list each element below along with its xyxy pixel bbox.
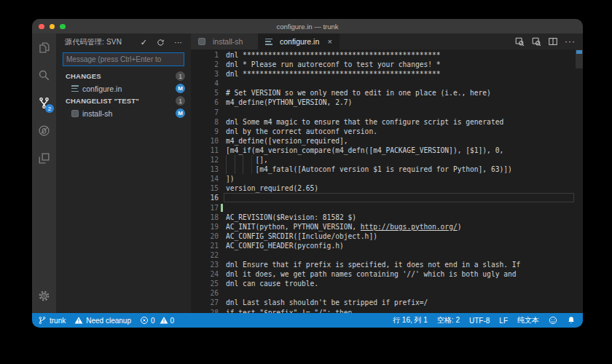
section-changelist-test[interactable]: CHANGELIST "TEST" 1 <box>56 95 191 107</box>
scm-sidebar: 源代码管理: SVN ✓ ··· <box>56 33 191 313</box>
status-bar: trunk Need cleanup 0 <box>32 313 583 328</box>
sidebar-header: 源代码管理: SVN ✓ ··· <box>56 33 191 51</box>
scrollbar[interactable] <box>576 50 583 313</box>
commit-button[interactable]: ✓ <box>141 38 147 47</box>
bell-icon <box>567 316 576 325</box>
branch-indicator[interactable]: trunk <box>38 316 66 325</box>
smiley-icon <box>549 316 557 325</box>
sidebar-item-extensions[interactable] <box>32 144 56 172</box>
code-line[interactable]: 8dnl Some m4 magic to ensure that the co… <box>191 117 583 127</box>
section-changes[interactable]: CHANGES 1 <box>56 70 191 82</box>
notifications-button[interactable] <box>567 316 576 325</box>
code-line[interactable]: 21AC_CONFIG_HEADER(pyconfig.h) <box>191 241 583 250</box>
zoom-window-button[interactable] <box>60 24 66 30</box>
sidebar-item-source-control[interactable]: 2 <box>32 89 56 116</box>
refresh-button[interactable] <box>157 39 165 47</box>
code-line[interactable]: 11[m4_if(m4_version_compare(m4_defn([m4_… <box>191 146 583 155</box>
tab-configure-in[interactable]: configure.in × <box>258 33 340 50</box>
minimize-window-button[interactable] <box>50 24 55 30</box>
cleanup-warning[interactable]: Need cleanup <box>74 316 131 325</box>
config-file-icon <box>71 85 79 92</box>
url-link[interactable]: http://bugs.python.org/ <box>361 223 458 231</box>
code-line[interactable]: 4 <box>191 79 583 88</box>
close-tab-button[interactable]: × <box>328 38 332 46</box>
language-mode[interactable]: 纯文本 <box>517 315 539 325</box>
code-line[interactable]: 27dnl Last slash shouldn't be stripped i… <box>191 298 583 307</box>
close-window-button[interactable] <box>39 24 44 30</box>
editor-actions: ··· <box>514 33 583 50</box>
eol-indicator[interactable]: LF <box>499 317 508 325</box>
sidebar-item-debug[interactable] <box>32 116 56 144</box>
encoding-indicator[interactable]: UTF-8 <box>469 317 490 325</box>
indentation-indicator[interactable]: 空格: 2 <box>437 315 460 325</box>
overview-ruler-cursor-marker <box>576 50 582 54</box>
code-line[interactable]: 19AC_INIT(python, PYTHON_VERSION, http:/… <box>191 222 583 232</box>
split-editor-icon[interactable] <box>548 36 558 47</box>
sidebar-item-search[interactable] <box>32 61 56 89</box>
problems-indicator[interactable]: 0 0 <box>140 316 174 325</box>
commit-message-input[interactable] <box>63 52 184 66</box>
code-line[interactable]: 24dnl it does, we get path names contain… <box>191 269 583 279</box>
code-line[interactable]: 6m4_define(PYTHON_VERSION, 2.7) <box>191 98 583 107</box>
more-actions-button[interactable]: ··· <box>174 38 182 47</box>
code-line[interactable]: 23dnl Ensure that if prefix is specified… <box>191 260 583 269</box>
code-line[interactable]: 26 <box>191 288 583 298</box>
debug-disabled-icon <box>37 124 51 138</box>
code-line[interactable]: 15version_required(2.65) <box>191 183 583 193</box>
code-line[interactable]: 2dnl * Please run autoreconf to test you… <box>191 60 583 69</box>
config-file-icon <box>265 39 272 45</box>
code-line[interactable]: 28if test "$prefix" != "/"; then <box>191 308 583 313</box>
shell-file-icon <box>198 38 205 45</box>
shell-file-icon <box>71 110 79 117</box>
code-line[interactable]: 3dnl ***********************************… <box>191 69 583 79</box>
sidebar-item-explorer[interactable] <box>32 33 56 61</box>
changes-count-badge: 1 <box>176 71 185 81</box>
refresh-icon <box>157 39 165 47</box>
open-changes-icon[interactable] <box>514 36 525 47</box>
code-line[interactable]: 1dnl ***********************************… <box>191 50 583 60</box>
code-line[interactable]: 12 [], <box>191 155 583 165</box>
code-line[interactable]: 18AC_REVISION($Revision: 81582 $) <box>191 213 583 222</box>
tab-install-sh[interactable]: install-sh <box>191 33 258 50</box>
search-icon <box>37 68 51 82</box>
file-item-configure-in[interactable]: configure.in M <box>56 82 191 95</box>
code-line[interactable]: 22 <box>191 250 583 260</box>
desktop: configure.in — trunk <box>0 0 612 364</box>
code-line[interactable]: 10m4_define([version_required], <box>191 136 583 146</box>
feedback-button[interactable] <box>549 316 557 325</box>
commit-message-box <box>63 52 184 66</box>
scm-count-badge: 2 <box>45 104 54 113</box>
window-controls <box>39 24 66 30</box>
window-title: configure.in — trunk <box>276 23 338 31</box>
modified-badge: M <box>176 84 185 93</box>
warning-icon <box>160 316 168 325</box>
title-bar[interactable]: configure.in — trunk <box>32 19 583 33</box>
files-icon <box>37 41 51 55</box>
code-line[interactable]: 20AC_CONFIG_SRCDIR([Include/object.h]) <box>191 232 583 241</box>
current-line-highlight <box>224 193 574 202</box>
changelist-count-badge: 1 <box>176 96 185 106</box>
open-file-icon[interactable] <box>531 36 541 47</box>
more-editor-actions-icon[interactable]: ··· <box>565 36 576 47</box>
file-item-install-sh[interactable]: install-sh M <box>56 107 191 119</box>
warning-icon <box>74 316 83 325</box>
activity-bar: 2 <box>32 33 56 313</box>
code-line[interactable]: 9dnl by the correct autoconf version. <box>191 127 583 136</box>
branch-icon <box>38 316 47 325</box>
editor-group: install-sh configure.in × <box>191 33 583 313</box>
manage-button[interactable] <box>32 287 56 304</box>
vscode-window: configure.in — trunk <box>32 19 583 328</box>
code-line[interactable]: 25dnl can cause trouble. <box>191 279 583 288</box>
code-line[interactable]: 5# Set VERSION so we only need to edit i… <box>191 88 583 98</box>
sidebar-title: 源代码管理: SVN <box>65 37 122 47</box>
gutter-added-marker <box>221 204 223 212</box>
code-line[interactable]: 17 <box>191 203 583 213</box>
code-line[interactable]: 14]) <box>191 174 583 183</box>
extensions-icon <box>37 151 51 165</box>
cursor-position[interactable]: 行 16, 列 1 <box>393 315 428 325</box>
code-line[interactable]: 7 <box>191 108 583 117</box>
code-editor[interactable]: 1dnl ***********************************… <box>191 50 583 313</box>
error-icon <box>140 316 149 325</box>
code-line[interactable]: 13 [m4_fatal([Autoconf version $1 is req… <box>191 165 583 174</box>
code-line-current[interactable]: 16 <box>191 193 583 202</box>
